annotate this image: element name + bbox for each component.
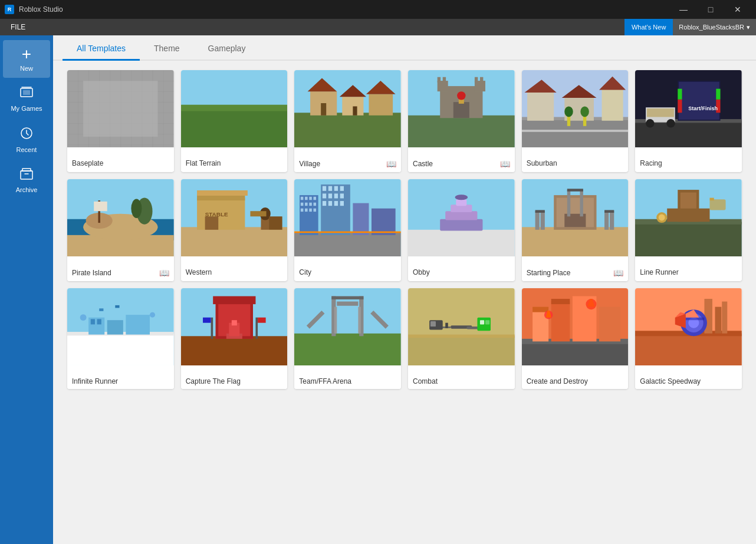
svg-rect-9	[181, 107, 288, 147]
svg-rect-174	[359, 307, 361, 334]
svg-rect-102	[328, 193, 332, 198]
content-area: All Templates Theme Gameplay Baseplate	[53, 35, 756, 544]
template-name-capture-the-flag: Capture The Flag	[186, 377, 241, 385]
menu-bar-right: What's New Roblox_BlueStacksBR ▾	[624, 19, 756, 35]
svg-rect-148	[97, 319, 101, 324]
maximize-button[interactable]: □	[697, 0, 724, 19]
svg-rect-95	[314, 209, 317, 212]
book-icon-village: 📖	[386, 159, 396, 169]
svg-rect-87	[314, 197, 317, 200]
template-card-pirate-island[interactable]: Pirate Island 📖	[67, 179, 174, 281]
svg-rect-103	[334, 193, 338, 198]
window-controls[interactable]: — □ ✕	[670, 0, 751, 19]
svg-rect-42	[522, 130, 629, 132]
svg-rect-27	[443, 77, 446, 83]
svg-rect-129	[535, 210, 544, 213]
svg-rect-150	[126, 315, 150, 334]
template-card-racing[interactable]: Start/Finish Racing	[635, 70, 742, 172]
sidebar-item-recent-label: Recent	[17, 146, 37, 153]
template-name-castle: Castle	[413, 160, 433, 168]
template-thumbnail-starting-place	[522, 179, 629, 265]
svg-rect-173	[334, 307, 337, 334]
template-card-city[interactable]: City	[294, 179, 401, 281]
template-name-team-ffa-arena: Team/FFA Arena	[299, 377, 351, 385]
svg-rect-76	[205, 216, 218, 230]
template-label-baseplate: Baseplate	[67, 156, 174, 171]
file-menu[interactable]: FILE	[5, 21, 31, 34]
svg-rect-207	[715, 307, 722, 334]
svg-rect-30	[453, 102, 469, 118]
tab-gameplay[interactable]: Gameplay	[194, 35, 260, 61]
svg-rect-194	[551, 302, 570, 342]
svg-rect-172	[332, 296, 364, 299]
svg-rect-94	[310, 209, 313, 212]
svg-rect-140	[710, 199, 726, 210]
user-button[interactable]: Roblox_BlueStacksBR ▾	[673, 19, 756, 35]
template-name-pirate-island: Pirate Island	[72, 269, 111, 277]
app-title: Roblox Studio	[19, 5, 63, 14]
svg-point-59	[646, 119, 654, 127]
template-card-create-and-destroy[interactable]: Create and Destroy	[522, 288, 629, 389]
book-icon-starting-place: 📖	[613, 268, 623, 278]
svg-rect-1	[23, 90, 30, 95]
template-card-team-ffa-arena[interactable]: Team/FFA Arena	[294, 288, 401, 389]
svg-rect-104	[340, 193, 344, 198]
svg-rect-36	[527, 91, 554, 121]
template-card-infinite-runner[interactable]: Infinite Runner	[67, 288, 174, 389]
template-thumbnail-obby	[408, 179, 515, 265]
template-card-galactic-speedway[interactable]: Galactic Speedway	[635, 288, 742, 389]
sidebar-item-new[interactable]: + New	[3, 40, 50, 78]
sidebar-item-archive[interactable]: Archive	[3, 161, 50, 199]
svg-rect-127	[535, 211, 539, 230]
template-label-pirate-island: Pirate Island 📖	[67, 265, 174, 281]
close-button[interactable]: ✕	[724, 0, 751, 19]
svg-rect-138	[668, 209, 710, 222]
tab-all-templates[interactable]: All Templates	[63, 35, 140, 61]
template-card-capture-the-flag[interactable]: Capture The Flag	[181, 288, 288, 389]
template-card-suburban[interactable]: Suburban	[522, 70, 629, 172]
svg-rect-189	[430, 321, 436, 327]
template-thumbnail-galactic-speedway	[635, 288, 742, 374]
template-card-line-runner[interactable]: Line Runner	[635, 179, 742, 281]
svg-rect-186	[480, 320, 484, 324]
svg-rect-131	[610, 211, 614, 230]
svg-rect-89	[305, 203, 308, 206]
svg-rect-120	[522, 227, 629, 256]
template-name-flat-terrain: Flat Terrain	[186, 159, 221, 167]
template-card-western[interactable]: STABLE Western	[181, 179, 288, 281]
svg-rect-85	[305, 197, 308, 200]
template-thumbnail-team-ffa-arena	[294, 288, 401, 374]
template-name-city: City	[299, 268, 311, 276]
sidebar-item-archive-label: Archive	[16, 186, 38, 193]
minimize-button[interactable]: —	[670, 0, 697, 19]
svg-point-153	[80, 314, 87, 321]
template-card-starting-place[interactable]: Starting Place 📖	[522, 179, 629, 281]
menu-bar: FILE What's New Roblox_BlueStacksBR ▾	[0, 19, 756, 35]
sidebar-item-my-games[interactable]: My Games	[3, 80, 50, 118]
new-icon: +	[22, 46, 31, 62]
svg-rect-163	[231, 320, 236, 325]
svg-rect-105	[323, 201, 326, 206]
template-name-starting-place: Starting Place	[527, 269, 571, 277]
template-card-village[interactable]: Village 📖	[294, 70, 401, 172]
whats-new-button[interactable]: What's New	[624, 19, 673, 35]
svg-rect-144	[67, 334, 174, 365]
template-card-combat[interactable]: Combat	[408, 288, 515, 389]
template-label-galactic-speedway: Galactic Speedway	[635, 374, 742, 389]
svg-rect-82	[294, 232, 401, 256]
svg-rect-151	[99, 308, 103, 311]
template-card-flat-terrain[interactable]: Flat Terrain	[181, 70, 288, 172]
template-card-baseplate[interactable]: Baseplate	[67, 70, 174, 172]
tab-theme[interactable]: Theme	[140, 35, 194, 61]
svg-rect-93	[305, 209, 308, 212]
template-label-create-and-destroy: Create and Destroy	[522, 374, 629, 389]
sidebar-item-recent[interactable]: Recent	[3, 120, 50, 159]
svg-point-154	[150, 312, 155, 318]
svg-rect-179	[408, 336, 515, 365]
template-label-village: Village 📖	[294, 156, 401, 172]
template-card-obby[interactable]: Obby	[408, 179, 515, 281]
archive-icon	[19, 167, 34, 184]
svg-point-142	[659, 215, 665, 221]
template-card-castle[interactable]: Castle 📖	[408, 70, 515, 172]
recent-icon	[19, 126, 34, 144]
